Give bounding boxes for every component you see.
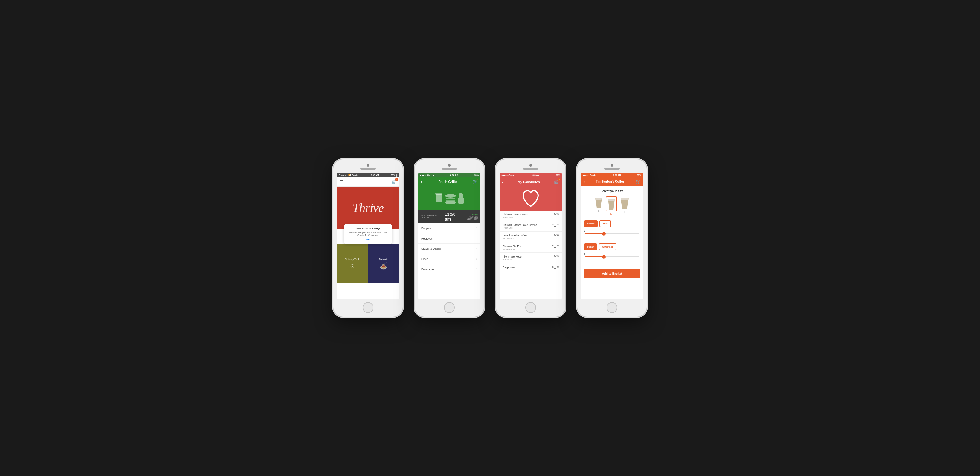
dialog-ok-button[interactable]: OK [348,238,388,241]
status-left-2: ●●●○○ Carrier [420,174,434,176]
dialog-body: Please make your way to the sign at the … [348,231,388,237]
time-1: 8:08 AM [371,174,379,176]
cup-s [594,196,603,209]
fav-item-0-info: Chicken Caesar Salad Fresh Grille [503,213,528,218]
grid-item-culinary[interactable]: Culinary Table ⊙ [337,244,368,283]
basket-container-1: 🛒 1 [391,179,397,185]
fav-item-4-price: $879 [554,255,558,259]
phone-1: Carrier 📶 Carrier 8:08 AM 50% ▓ ☰ 🛒 1 [333,159,402,317]
p2-nav-title: Fresh Grille [438,180,457,183]
chevron-hotdogs: › [476,237,477,240]
p4-nav-title: Tim Horton's Coffee [596,180,624,183]
status-left-3: ●●●○○ Carrier [501,174,515,176]
back-button-3[interactable]: ‹ [502,180,504,185]
fav-item-4[interactable]: Pike Place Roast Starbucks $879 [500,253,562,263]
fav-item-5-info: Cappucino [503,266,515,269]
fav-item-1-price: $1078 [552,223,558,227]
signal-2: ●●●○○ [420,174,426,176]
add-to-basket-button[interactable]: Add to Basket [584,269,640,279]
phone-3-top [500,163,562,171]
fav-item-2-name: French Vanilla Coffee [503,234,527,237]
cream-slider-thumb[interactable] [602,232,606,236]
back-button-2[interactable]: ‹ [421,179,422,184]
status-right-3: 50% [556,174,560,176]
fav-item-1-name: Chicken Caesar Salad Combo [503,223,537,226]
basket-icon-4[interactable]: 🛒 [635,179,641,184]
menu-item-burgers[interactable]: Burgers › [418,223,480,234]
home-button-2[interactable] [444,302,455,313]
sugar-button[interactable]: Sugar [584,244,597,250]
chevron-burgers: › [476,226,477,230]
carrier-3: Carrier [508,174,515,176]
tratorria-icon: 🍝 [380,263,387,270]
fav-item-2-price: $878 [554,234,558,238]
basket-icon-2[interactable]: 🛒 [473,179,478,184]
dialog-title: Your Order is Ready! [348,227,388,230]
status-bar-1: Carrier 📶 Carrier 8:08 AM 50% ▓ [337,173,399,177]
status-right-1: 50% ▓ [391,174,397,176]
sugar-slider-fill [585,256,604,257]
milk-button[interactable]: Milk [599,220,611,227]
status-left-1: Carrier 📶 Carrier [339,174,359,176]
svg-rect-4 [446,197,455,199]
tratorria-label: Tratorria [379,258,388,261]
signal-4: ●●●○○ [583,174,589,176]
size-option-l[interactable]: L [619,196,630,215]
hamburger-icon[interactable]: ☰ [339,180,343,185]
home-button-4[interactable] [606,302,617,313]
sugar-sweetner-row: Sugar Sweetner [584,244,640,250]
camera-1 [367,164,369,167]
food-illustration [434,192,465,204]
fav-item-3[interactable]: Chicken Stir Fry Menutainment $1078 [500,242,562,253]
svg-rect-7 [458,197,464,204]
back-button-4[interactable]: ‹ [583,179,585,184]
wifi-icon-1: 📶 [348,174,351,176]
sweetner-button[interactable]: Sweetner [599,244,617,250]
menu-item-sides[interactable]: Sides › [418,254,480,264]
cream-button[interactable]: Cream [584,220,598,227]
svg-rect-8 [459,193,460,198]
sugar-section: Sugar Sweetner 2 [584,244,640,264]
size-option-m[interactable]: M [606,196,617,215]
svg-rect-9 [460,193,462,198]
fav-item-3-info: Chicken Stir Fry Menutainment [503,245,521,250]
home-button-3[interactable] [525,302,536,313]
menu-item-beverages[interactable]: Beverages › [418,264,480,274]
phone-1-screen: Carrier 📶 Carrier 8:08 AM 50% ▓ ☰ 🛒 1 [337,173,399,299]
fav-item-0-sub: Fresh Grille [503,216,528,218]
fav-item-5[interactable]: Cappucino $1078 [500,263,562,272]
fav-item-2[interactable]: French Vanilla Coffee Tim Hortons $878 [500,232,562,242]
fav-item-3-sub: Menutainment [503,248,521,250]
status-right-4: 50% [637,174,641,176]
phone-2-screen: ●●●○○ Carrier 8:08 AM 50% ‹ Fresh Grille… [418,173,480,299]
size-option-s[interactable]: S [594,196,603,215]
phone-3-bottom [500,302,562,313]
svg-rect-0 [436,194,442,202]
menu-label-sides: Sides [422,258,428,261]
speaker-4 [605,168,619,170]
home-button-1[interactable] [363,302,374,313]
fav-item-1[interactable]: Chicken Caesar Salad Combo Fresh Grille … [500,221,562,232]
fav-item-3-name: Chicken Stir Fry [503,245,521,248]
battery-3: 50% [556,174,560,176]
sugar-slider-thumb[interactable] [602,255,606,259]
size-m-label: M [611,213,612,215]
menu-item-hotdogs[interactable]: Hot Dogs › [418,234,480,244]
chevron-beverages: › [476,267,477,271]
pickup-bar: NEXT AVAILABLE PICKUP 11:50 am OPEN CLOS… [418,210,480,223]
cream-slider-track[interactable] [585,233,640,234]
camera-4 [611,164,613,167]
fav-item-0[interactable]: Chicken Caesar Salad Fresh Grille $879 [500,210,562,221]
phone-3-screen: ●●●○○ Carrier 8:08 AM 50% ‹ My Favourite… [500,173,562,299]
sugar-slider-track[interactable] [585,256,640,257]
fav-item-0-price: $879 [554,213,558,217]
closed-label: CLOSED [469,216,478,218]
grid-item-tratorria[interactable]: Tratorria 🍝 [368,244,399,283]
menu-item-salads[interactable]: Salads & Wraps › [418,244,480,254]
speaker-1 [361,168,375,170]
p3-hero [500,186,562,210]
camera-2 [448,164,450,167]
p3-nav-title: My Favourites [518,180,540,184]
camera-3 [530,164,532,167]
fries-icon [458,192,465,204]
